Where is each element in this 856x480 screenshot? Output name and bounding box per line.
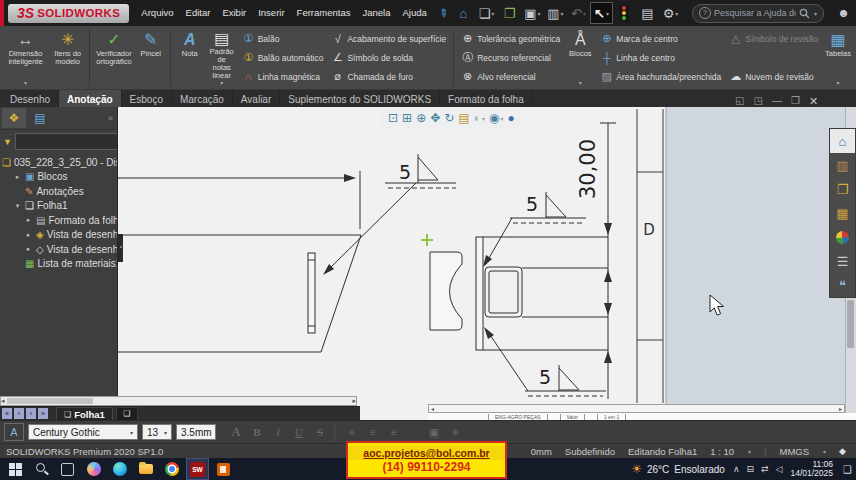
italic-button[interactable]: I xyxy=(270,426,286,438)
solidworks-forum-button[interactable]: ❝ xyxy=(830,273,855,297)
design-library-button[interactable]: ▥ xyxy=(830,153,855,177)
vertical-scrollbar-thumb[interactable] xyxy=(847,300,854,348)
revision-cloud-button[interactable]: ☁Nuvem de revisão xyxy=(726,67,821,86)
battery-icon[interactable]: ⊟ xyxy=(746,464,754,474)
sheet-tab[interactable]: ❏Folha1 xyxy=(56,407,113,421)
centerline-button[interactable]: ┼Linha de centro xyxy=(597,48,724,67)
datum-feature-button[interactable]: ⒶRecurso referencial xyxy=(458,48,563,67)
menu-item[interactable]: Editar xyxy=(180,0,217,26)
office-app-button[interactable] xyxy=(212,458,235,480)
settings-gear-button[interactable]: ⚙▾ xyxy=(660,3,681,23)
home-button[interactable]: ⌂ xyxy=(830,129,855,153)
menu-item[interactable]: Ferramentas xyxy=(291,0,357,26)
save-button[interactable]: ▣▾ xyxy=(522,3,543,23)
magnifying-glass-button[interactable]: ⊕ xyxy=(416,111,426,125)
format-a-button[interactable]: A xyxy=(228,424,244,440)
tree-item[interactable]: ▸▣Blocos xyxy=(0,170,117,185)
dropdown-icon[interactable]: ▾ xyxy=(823,448,826,455)
cascade-windows-button[interactable]: ◱ xyxy=(735,95,744,108)
appearances-button[interactable] xyxy=(830,225,855,249)
expand-arrow-icon[interactable]: ▾ xyxy=(13,202,22,210)
hide-show-items-button[interactable]: ◉▾ xyxy=(489,111,504,125)
new-document-button[interactable]: ❏▾ xyxy=(476,3,497,23)
open-file-button[interactable]: ❐ xyxy=(499,3,520,23)
smart-dimension-button[interactable]: ↔Dimensão inteligente▾ xyxy=(3,28,48,87)
command-tab[interactable]: Esboço xyxy=(122,90,172,107)
scroll-right-icon[interactable]: ▸ xyxy=(352,397,356,405)
command-tab[interactable]: Marcação xyxy=(172,90,233,107)
menu-item[interactable]: Inserir xyxy=(252,0,290,26)
hatch-area-button[interactable]: ▨Área hachurada/preenchida xyxy=(597,67,724,86)
scroll-left-icon[interactable]: ◂ xyxy=(431,405,434,412)
weld-size-label-3[interactable]: 5 xyxy=(539,366,551,388)
command-tab[interactable]: Anotação xyxy=(59,90,122,107)
center-mark-button[interactable]: ⊕Marca de centro xyxy=(597,29,724,48)
expand-arrow-icon[interactable]: ▸ xyxy=(24,231,33,239)
menu-item[interactable]: Exibir xyxy=(216,0,252,26)
tree-item[interactable]: ▸◈Vista de desenho1 xyxy=(0,228,117,243)
print-button[interactable]: ▥▾ xyxy=(545,3,566,23)
scroll-left-icon[interactable]: ◂ xyxy=(1,397,5,405)
format-painter-button[interactable]: ✎Pincel xyxy=(136,28,166,87)
blocks-button[interactable]: ÅBlocos▾ xyxy=(565,28,595,87)
font-size-select[interactable]: 13 ▾ xyxy=(142,424,172,440)
hatch-pattern-button[interactable]: ✳ xyxy=(447,426,463,439)
sheet-nav-button[interactable]: › xyxy=(26,408,36,419)
zoom-to-fit-button[interactable]: ⊡ xyxy=(388,111,398,125)
tree-filter-input[interactable] xyxy=(15,133,118,150)
menu-item[interactable]: Arquivo xyxy=(135,0,179,26)
tree-item[interactable]: ▸▤Formato da folha1 xyxy=(0,213,117,228)
view-palette-button[interactable]: ▦ xyxy=(830,201,855,225)
revision-symbol-button[interactable]: △Símbolo de revisão xyxy=(726,29,821,48)
copilot-button[interactable] xyxy=(82,458,105,480)
magnetic-line-button[interactable]: ∩Linha magnética xyxy=(239,67,327,86)
sheet-scale[interactable]: 1 : 10 xyxy=(710,446,734,457)
zoom-to-area-button[interactable]: ⊞ xyxy=(402,111,412,125)
expand-arrow-icon[interactable]: ▸ xyxy=(13,173,22,181)
help-search-box[interactable]: ? Pesquisar a Ajuda do SOLIDWORKS ▾ xyxy=(692,4,824,23)
tab-feature-tree[interactable]: ❖ xyxy=(2,108,26,128)
pin-icon[interactable]: ✎ xyxy=(436,5,451,21)
bold-button[interactable]: B xyxy=(249,426,265,438)
tree-item[interactable]: ▦Lista de materiais1 xyxy=(0,257,117,272)
model-items-button[interactable]: ✳Itens do modelo xyxy=(50,28,85,87)
weld-size-label-2[interactable]: 5 xyxy=(526,193,538,215)
unit-system[interactable]: MMGS xyxy=(780,446,810,457)
expand-arrow-icon[interactable]: ▸ xyxy=(24,245,33,253)
select-tool-button[interactable]: ↖▾ xyxy=(591,3,612,23)
add-sheet-button[interactable]: ❏ xyxy=(116,407,138,421)
menu-item[interactable]: Ajuda xyxy=(396,0,432,26)
network-icon[interactable]: ⇄ xyxy=(761,464,769,474)
user-account-button[interactable]: ☻ xyxy=(833,3,854,23)
align-right-button[interactable]: ≡ xyxy=(386,427,402,438)
edit-sheet-button[interactable]: ▤ xyxy=(458,111,469,125)
rotate-view-button[interactable]: ↻ xyxy=(444,111,454,125)
tree-horizontal-scrollbar[interactable]: ◂ ▸ xyxy=(0,396,357,406)
align-left-button[interactable]: ≡ xyxy=(344,427,360,438)
hole-callout-button[interactable]: ⌀Chamada de furo xyxy=(328,67,449,86)
tile-windows-button[interactable]: ◳ xyxy=(753,95,762,108)
start-button[interactable] xyxy=(4,458,27,480)
home-button[interactable]: ⌂ xyxy=(453,3,474,23)
text-height-field[interactable]: 3.5mm xyxy=(176,424,216,440)
align-center-button[interactable]: ≡ xyxy=(365,427,381,438)
linear-note-pattern-button[interactable]: ▤Padrão de notas linear▾ xyxy=(207,28,237,87)
hidden-icons-icon[interactable]: ∧ xyxy=(733,464,740,474)
tree-item[interactable]: ▸◇Vista de desenho2 xyxy=(0,242,117,257)
options-list-button[interactable]: ▤ xyxy=(637,3,658,23)
tree-item[interactable]: ❏035_228_3_25_00 - Dispositiv xyxy=(0,155,117,170)
taskbar-clock[interactable]: 11:06 14/01/2025 xyxy=(790,460,833,479)
spell-check-button[interactable]: ✓Verificador ortográfico xyxy=(94,28,133,87)
auto-balloon-button[interactable]: ①Balão automático xyxy=(239,48,327,67)
file-explorer-pane-button[interactable]: ❐ xyxy=(830,177,855,201)
restore-window-button[interactable]: ❐ xyxy=(791,95,800,108)
chrome-button[interactable] xyxy=(160,458,183,480)
custom-properties-button[interactable]: ☰ xyxy=(830,249,855,273)
solidworks-button[interactable]: SW xyxy=(186,458,209,480)
sheet-nav-button[interactable]: « xyxy=(2,408,12,419)
weather-widget[interactable]: ☀ 26°C Ensolarado xyxy=(631,462,725,476)
command-tab[interactable]: Avaliar xyxy=(233,90,280,107)
dropdown-icon[interactable]: ▾ xyxy=(748,448,751,455)
command-tab[interactable]: Suplementos do SOLIDWORKS xyxy=(280,90,440,107)
strikethrough-button[interactable]: S xyxy=(312,426,328,438)
